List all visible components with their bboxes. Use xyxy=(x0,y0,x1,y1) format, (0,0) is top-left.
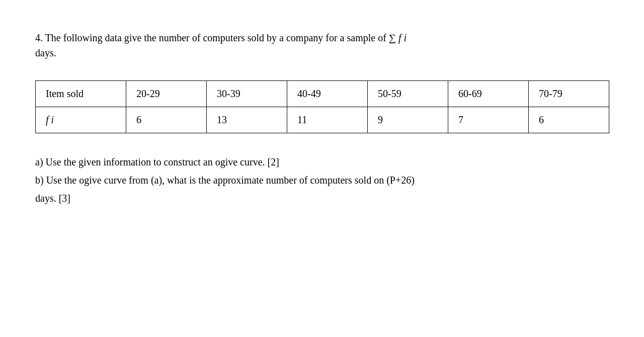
sub-question-b-line2: days. [3] xyxy=(35,190,609,207)
question-text: 4. The following data give the number of… xyxy=(35,30,609,60)
value-4: 9 xyxy=(368,107,448,133)
header-item-sold: Item sold xyxy=(36,81,126,107)
question-intro-end: days. xyxy=(35,47,56,58)
header-40-49: 40-49 xyxy=(287,81,368,107)
header-20-29: 20-29 xyxy=(126,81,207,107)
row-label-fi: f i xyxy=(36,107,126,133)
table-data-row: f i 6 13 11 9 7 6 xyxy=(36,107,609,133)
value-5: 7 xyxy=(448,107,529,133)
data-table: Item sold 20-29 30-39 40-49 50-59 60-69 … xyxy=(35,80,609,133)
page-container: 4. The following data give the number of… xyxy=(0,0,644,238)
sub-questions: a) Use the given information to construc… xyxy=(35,153,609,207)
sub-question-b-line1: b) Use the ogive curve from (a), what is… xyxy=(35,172,609,189)
question-intro: The following data give the number of co… xyxy=(45,32,386,43)
header-50-59: 50-59 xyxy=(368,81,448,107)
value-3: 11 xyxy=(287,107,368,133)
header-60-69: 60-69 xyxy=(448,81,529,107)
value-2: 13 xyxy=(207,107,287,133)
question-number: 4 xyxy=(35,32,40,43)
header-30-39: 30-39 xyxy=(207,81,287,107)
value-6: 6 xyxy=(529,107,609,133)
table-header-row: Item sold 20-29 30-39 40-49 50-59 60-69 … xyxy=(36,81,609,107)
sigma-symbol: ∑ f i xyxy=(389,32,407,43)
header-70-79: 70-79 xyxy=(529,81,609,107)
value-1: 6 xyxy=(126,107,207,133)
sub-question-a: a) Use the given information to construc… xyxy=(35,153,609,171)
